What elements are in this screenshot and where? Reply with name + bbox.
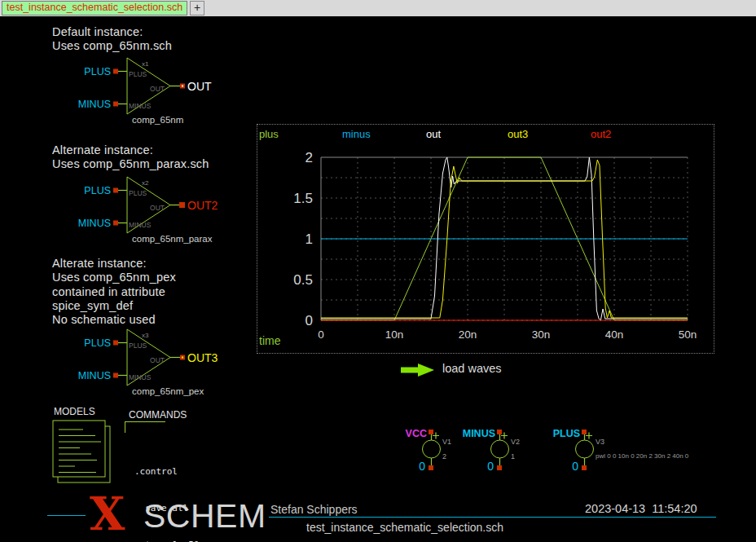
gnd-label[interactable]: 0 <box>560 460 578 473</box>
comparator-instance-x2[interactable]: PLUS MINUS PLUS MINUS OUT x2 OUT2 comp_6… <box>77 174 269 248</box>
schematic-filename: test_instance_schematic_selection.sch <box>306 521 503 534</box>
svg-text:20n: 20n <box>459 328 477 341</box>
pin-square[interactable] <box>582 465 587 470</box>
net-label-minus[interactable]: MINUS <box>78 370 111 381</box>
vsource-name: V1 <box>442 438 451 446</box>
net-label-minus[interactable]: MINUS <box>78 99 111 110</box>
instance-name: x1 <box>142 60 149 68</box>
pin-square[interactable] <box>113 69 118 74</box>
vsource-v3[interactable]: PLUS V3 pwl 0 0 10n 0 20n 2 30n 2 40n 0 … <box>538 427 733 478</box>
vsource-name: V3 <box>596 438 604 446</box>
instance-3-heading: Alterate instance: Uses comp_65nm_pex co… <box>52 257 176 327</box>
pin-name-minus: MINUS <box>129 221 152 229</box>
gnd-label[interactable]: 0 <box>476 460 494 473</box>
pin-square[interactable] <box>429 465 433 470</box>
instance-name: x2 <box>142 179 149 187</box>
vsource-value: 2 <box>442 452 446 460</box>
gnd-label[interactable]: 0 <box>407 460 425 473</box>
svg-text:50n: 50n <box>679 328 697 341</box>
pin-square[interactable] <box>497 465 502 470</box>
symbol-name: comp_65nm_pex <box>132 386 204 396</box>
symbol-name: comp_65nm <box>132 115 183 125</box>
wire-end-dot <box>182 86 183 87</box>
schematic-canvas[interactable]: Default instance: Uses comp_65nm.sch Alt… <box>0 16 756 542</box>
schematic-tab[interactable]: test_instance_schematic_selection.sch <box>2 1 187 15</box>
pin-name-plus: PLUS <box>129 70 147 78</box>
models-icon[interactable] <box>50 416 118 488</box>
wire-end-dot <box>182 357 183 359</box>
pin-square[interactable] <box>113 102 118 107</box>
vsource-value: 1 <box>511 452 515 460</box>
xschem-logo-x: X <box>90 492 125 535</box>
timestamp: 2023-04-13 11:54:20 <box>585 502 697 515</box>
instance-2-heading: Alternate instance: Uses comp_65nm_parax… <box>52 143 209 172</box>
comparator-instance-x1[interactable]: PLUS MINUS PLUS MINUS OUT x1 OUT comp_65… <box>77 55 269 129</box>
svg-text:30n: 30n <box>532 328 551 341</box>
vsource-symbol[interactable] <box>453 427 551 476</box>
pin-square[interactable] <box>113 373 118 378</box>
vsource-name: V2 <box>511 438 520 446</box>
pin-name-plus: PLUS <box>129 189 147 197</box>
net-label-minus[interactable]: MINUS <box>78 218 111 229</box>
svg-text:0.5: 0.5 <box>293 272 313 288</box>
svg-text:1: 1 <box>305 231 313 247</box>
pin-name-out: OUT <box>150 204 165 212</box>
pin-name-minus: MINUS <box>129 102 152 110</box>
net-label-out[interactable]: OUT <box>187 80 212 93</box>
svg-text:0: 0 <box>305 313 313 328</box>
commands-bracket <box>125 421 165 422</box>
net-label-plus[interactable]: PLUS <box>84 337 111 349</box>
pin-square[interactable] <box>113 341 118 346</box>
xschem-logo-text: SCHEM <box>143 500 266 532</box>
waveform-graph[interactable]: plus minus out out3 out2 010n20n30n40n50… <box>257 124 714 354</box>
svg-text:10n: 10n <box>385 328 404 341</box>
instance-name: x3 <box>142 332 149 339</box>
instance-1-heading: Default instance: Uses comp_65nm.sch <box>52 25 172 54</box>
models-label: MODELS <box>54 406 95 417</box>
x-axis-label: time <box>259 334 280 347</box>
svg-text:1.5: 1.5 <box>293 191 313 206</box>
schematic-tab-label: test_instance_schematic_selection.sch <box>7 2 182 13</box>
pin-square[interactable] <box>113 188 118 193</box>
comparator-instance-x3[interactable]: PLUS MINUS PLUS MINUS OUT x3 OUT3 comp_6… <box>77 327 269 400</box>
pin-square[interactable] <box>179 202 185 208</box>
net-label-plus[interactable]: PLUS <box>84 185 111 196</box>
symbol-name: comp_65nm_parax <box>132 234 213 244</box>
vsource-symbol[interactable] <box>538 427 635 476</box>
tab-bar: test_instance_schematic_selection.sch + <box>0 0 756 16</box>
commands-label: COMMANDS <box>129 409 187 421</box>
xschem-window: test_instance_schematic_selection.sch + … <box>0 0 756 542</box>
author-name: Stefan Schippers <box>270 503 358 516</box>
pin-square[interactable] <box>113 221 118 226</box>
load-waves-label: load waves <box>442 362 502 375</box>
pin-name-plus: PLUS <box>129 342 147 350</box>
plus-sign <box>586 433 592 439</box>
pin-name-out: OUT <box>150 356 165 364</box>
titleblock-line <box>47 515 86 516</box>
new-tab-button[interactable]: + <box>190 1 204 15</box>
arrow-icon <box>401 363 438 377</box>
net-label-plus[interactable]: PLUS <box>84 66 111 77</box>
plus-sign <box>501 433 508 439</box>
svg-text:2: 2 <box>305 150 313 165</box>
commands-bracket <box>125 421 125 433</box>
svg-text:0: 0 <box>318 328 324 341</box>
plus-sign <box>433 433 439 439</box>
svg-text:40n: 40n <box>605 328 624 341</box>
net-label-out2[interactable]: OUT2 <box>187 199 218 212</box>
waveform-plot[interactable]: 010n20n30n40n50n00.511.52 <box>257 125 714 353</box>
vsource-pwl-value: pwl 0 0 10n 0 20n 2 30n 2 40n 0 <box>596 452 688 460</box>
net-label-out3[interactable]: OUT3 <box>187 351 218 364</box>
titleblock-underline <box>269 517 716 518</box>
pin-name-out: OUT <box>150 85 165 93</box>
pin-name-minus: MINUS <box>129 373 152 381</box>
